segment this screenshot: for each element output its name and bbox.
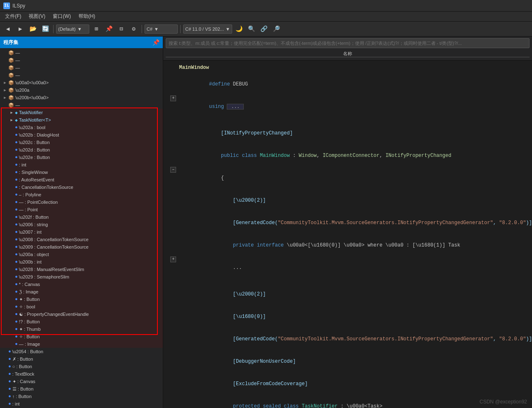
tree-area[interactable]: 📦 — 📦 — 📦 — 📦 — ▶ 📦 \u00a0<\u00a — [0, 48, 163, 408]
tree-icon: ● — [8, 394, 11, 399]
list-item[interactable]: ● : CancellationTokenSource — [0, 183, 163, 191]
tree-icon: ● — [15, 237, 18, 242]
list-item[interactable]: ● \u202f : Button — [0, 213, 163, 221]
list-item[interactable]: ● ✦ : Canvas — [0, 378, 163, 385]
search-input[interactable] — [169, 41, 527, 46]
version-dropdown[interactable]: C# 11.0 / VS 202... ▼ — [183, 24, 232, 34]
tree-label: !? : Button — [19, 319, 40, 324]
search-bar[interactable] — [166, 38, 530, 48]
refresh-button[interactable]: 🔄 — [40, 24, 51, 34]
list-item[interactable]: ● \u200b : int — [0, 258, 163, 266]
tree-label: \u202e : Button — [19, 155, 50, 160]
pin-button[interactable]: 📌 — [103, 24, 114, 34]
list-item[interactable]: ● \u2006 : string — [0, 221, 163, 228]
list-item[interactable]: ▶ ◆ TaskNotifier<T> — [0, 116, 163, 124]
menu-help[interactable]: 帮助(H) — [75, 12, 99, 21]
list-item[interactable]: ● : int — [0, 161, 163, 169]
list-item[interactable]: ● !? : Button — [0, 318, 163, 325]
back-button[interactable]: ◀ — [2, 24, 13, 34]
list-item[interactable]: ● ✧ : bool — [0, 303, 163, 310]
list-item[interactable]: ● : TextBlock — [0, 370, 163, 378]
menu-file[interactable]: 文件(F) — [2, 12, 25, 21]
list-item[interactable]: ● \u2009 : CancellationTokenSource — [0, 243, 163, 251]
expand-button[interactable]: + — [170, 95, 176, 101]
tree-icon: ● — [15, 342, 18, 347]
list-item[interactable]: ● \u202c : Button — [0, 139, 163, 146]
collapse-button[interactable]: – — [170, 167, 176, 173]
expand-icon — [2, 49, 8, 56]
list-item[interactable]: ● ✦ : Button — [0, 296, 163, 303]
list-item[interactable]: 📦 — — [0, 64, 163, 71]
list-item[interactable]: ▶ 📦 \u00a0<\u00a0> — [0, 79, 163, 86]
code-text: private interface \u00a0<[\u1680(0)] \u0… — [179, 234, 532, 257]
code-window-title: MainWindow — [167, 64, 532, 71]
list-item[interactable]: ● ℨ : Image — [0, 288, 163, 296]
list-item[interactable]: ● \u200a : object — [0, 251, 163, 258]
menu-view[interactable]: 视图(V) — [25, 12, 49, 21]
code-line: [DebuggerNonUserCode] — [167, 350, 532, 373]
list-item[interactable]: ▶ 📦 \u200b<\u00a0> — [0, 94, 163, 101]
column-name: 名称 — [166, 51, 530, 57]
list-item[interactable]: ● ☰ : Button — [0, 385, 163, 393]
panel-pin[interactable]: 📌 — [152, 39, 159, 46]
tree-icon: ● — [15, 312, 18, 317]
settings-button[interactable]: ⚙ — [128, 24, 139, 34]
expand-button[interactable]: + — [170, 257, 176, 262]
list-item[interactable]: ● \u202e : Button — [0, 154, 163, 161]
list-item[interactable]: ● : AutoResetEvent — [0, 176, 163, 183]
list-item[interactable]: ● \u2054 : Button — [0, 348, 163, 355]
tree-label: \u200a : object — [19, 252, 49, 257]
assembly-dropdown[interactable]: (Default) ▼ — [56, 24, 89, 34]
list-item[interactable]: ● ↑ : Button — [0, 393, 163, 400]
list-item[interactable]: ● \u202a : bool — [0, 124, 163, 131]
view-toggle-button[interactable]: ⊞ — [91, 24, 102, 34]
list-item[interactable]: ● \u202d : Button — [0, 146, 163, 154]
open-button[interactable]: 📂 — [27, 24, 38, 34]
list-item[interactable]: ● ✗ : Button — [0, 355, 163, 363]
tree-icon: ● — [15, 304, 18, 309]
list-item[interactable]: 📦 — — [0, 71, 163, 79]
list-item[interactable]: ● – : Polyline — [0, 191, 163, 198]
menu-window[interactable]: 窗口(W) — [49, 12, 74, 21]
code-area[interactable]: MainWindow #define DEBUG + using ... — [163, 61, 532, 408]
code-text: public class MainWindow : Window, ICompo… — [179, 144, 532, 167]
list-item[interactable]: ● ☯ : PropertyChangedEventHandle — [0, 310, 163, 318]
tree-label: \u202f : Button — [19, 215, 49, 220]
tree-label: \u2009 : CancellationTokenSource — [19, 244, 89, 249]
code-line: #define DEBUG — [167, 73, 532, 95]
list-item[interactable]: 📦 — — [0, 101, 163, 109]
grid-button[interactable]: ⊟ — [116, 24, 127, 34]
tree-icon: 📦 — [8, 80, 14, 86]
list-item[interactable]: ● \u202b : DialogHost — [0, 131, 163, 139]
list-item[interactable]: ▶ ◆ TaskNotifier — [0, 109, 163, 116]
list-item[interactable]: ● — : Point — [0, 206, 163, 213]
tree-icon: ● — [8, 401, 11, 406]
list-item[interactable]: ● * : Canvas — [0, 281, 163, 288]
analyze-button[interactable]: 🔍 — [246, 24, 257, 34]
list-item[interactable]: ● \u2029 : SemaphoreSlim — [0, 273, 163, 281]
list-item[interactable]: ● \u2008 : CancellationTokenSource — [0, 236, 163, 243]
list-item[interactable]: ● \u2028 : ManualResetEventSlim — [0, 266, 163, 273]
expand-icon: ▶ — [8, 109, 15, 116]
nav-button[interactable]: 🔗 — [259, 24, 270, 34]
list-item[interactable]: ● — : PointCollection — [0, 198, 163, 206]
list-item[interactable]: 📦 — — [0, 49, 163, 56]
list-item[interactable]: ● ○ : Button — [0, 363, 163, 370]
search-icon-btn[interactable]: 🔎 — [271, 24, 282, 34]
list-item[interactable]: ● ✦ : Thumb — [0, 325, 163, 333]
list-item[interactable]: ▶ 📦 \u200a — [0, 86, 163, 94]
assembly-dropdown-arrow: ▼ — [77, 27, 82, 32]
list-item[interactable]: ● \u2007 : int — [0, 228, 163, 236]
code-line: public class MainWindow : Window, ICompo… — [167, 144, 532, 167]
list-item[interactable]: ● — : Image — [0, 340, 163, 348]
list-item[interactable]: 📦 — — [0, 56, 163, 64]
theme-button[interactable]: 🌙 — [234, 24, 245, 34]
list-item[interactable]: ● : SingleWinow — [0, 169, 163, 176]
lang-dropdown[interactable]: C# ▼ — [145, 24, 178, 34]
tree-label: \u202b : DialogHost — [19, 132, 59, 137]
code-text: MainWindow — [179, 64, 532, 71]
list-item[interactable]: ● ✧ : Button — [0, 333, 163, 340]
forward-button[interactable]: ▶ — [15, 24, 26, 34]
tree-label: \u00a0<\u00a0> — [15, 80, 49, 85]
list-item[interactable]: ● : int — [0, 400, 163, 408]
